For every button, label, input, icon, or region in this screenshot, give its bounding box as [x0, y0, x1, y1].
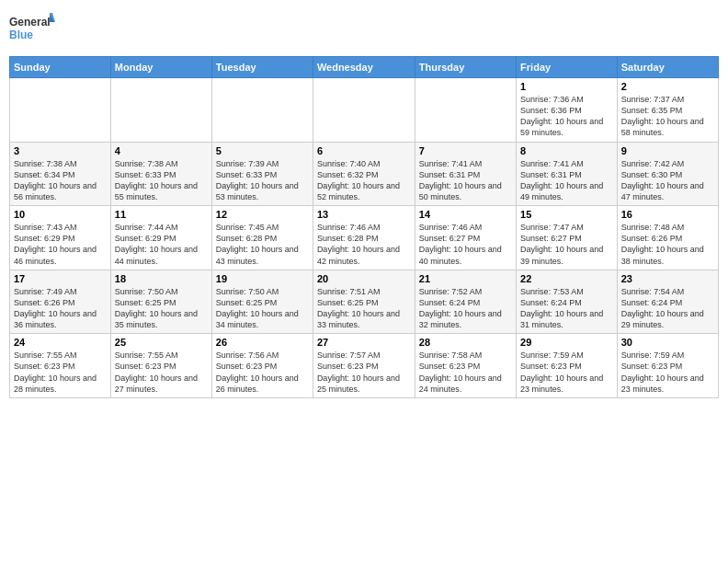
day-info: Sunrise: 7:36 AM Sunset: 6:36 PM Dayligh… [520, 94, 613, 139]
logo-svg: General Blue [9, 9, 55, 51]
day-number: 20 [317, 273, 411, 284]
day-info: Sunrise: 7:57 AM Sunset: 6:23 PM Dayligh… [317, 350, 411, 395]
day-number: 12 [216, 209, 309, 220]
day-number: 27 [317, 337, 411, 348]
logo: General Blue [9, 9, 55, 51]
day-number: 19 [216, 273, 309, 284]
calendar-cell: 10Sunrise: 7:43 AM Sunset: 6:29 PM Dayli… [10, 206, 111, 270]
day-info: Sunrise: 7:44 AM Sunset: 6:29 PM Dayligh… [115, 222, 208, 267]
day-info: Sunrise: 7:46 AM Sunset: 6:28 PM Dayligh… [317, 222, 411, 267]
day-number: 18 [115, 273, 208, 284]
day-info: Sunrise: 7:41 AM Sunset: 6:31 PM Dayligh… [520, 158, 613, 203]
calendar-week-row: 1Sunrise: 7:36 AM Sunset: 6:36 PM Daylig… [10, 78, 719, 143]
calendar-cell: 24Sunrise: 7:55 AM Sunset: 6:23 PM Dayli… [10, 334, 111, 398]
calendar-cell [415, 78, 516, 143]
day-number: 9 [621, 145, 714, 156]
weekday-header: Saturday [617, 57, 718, 78]
day-number: 24 [14, 337, 107, 348]
calendar-week-row: 24Sunrise: 7:55 AM Sunset: 6:23 PM Dayli… [10, 334, 719, 398]
day-number: 22 [520, 273, 613, 284]
day-info: Sunrise: 7:50 AM Sunset: 6:25 PM Dayligh… [216, 286, 309, 331]
day-number: 5 [216, 145, 309, 156]
day-info: Sunrise: 7:59 AM Sunset: 6:23 PM Dayligh… [520, 350, 613, 395]
calendar-cell: 2Sunrise: 7:37 AM Sunset: 6:35 PM Daylig… [617, 78, 718, 143]
day-info: Sunrise: 7:55 AM Sunset: 6:23 PM Dayligh… [115, 350, 208, 395]
page-header: General Blue [9, 9, 719, 51]
calendar-cell: 6Sunrise: 7:40 AM Sunset: 6:32 PM Daylig… [313, 142, 415, 206]
calendar-cell: 26Sunrise: 7:56 AM Sunset: 6:23 PM Dayli… [211, 334, 313, 398]
day-number: 1 [520, 81, 613, 92]
day-info: Sunrise: 7:46 AM Sunset: 6:27 PM Dayligh… [419, 222, 512, 267]
day-info: Sunrise: 7:51 AM Sunset: 6:25 PM Dayligh… [317, 286, 411, 331]
calendar-cell: 5Sunrise: 7:39 AM Sunset: 6:33 PM Daylig… [211, 142, 313, 206]
svg-text:Blue: Blue [9, 29, 33, 41]
day-info: Sunrise: 7:59 AM Sunset: 6:23 PM Dayligh… [621, 350, 714, 395]
day-info: Sunrise: 7:39 AM Sunset: 6:33 PM Dayligh… [216, 158, 309, 203]
day-number: 29 [520, 337, 613, 348]
weekday-header: Thursday [415, 57, 516, 78]
calendar-cell: 9Sunrise: 7:42 AM Sunset: 6:30 PM Daylig… [617, 142, 718, 206]
day-number: 25 [115, 337, 208, 348]
calendar-cell [313, 78, 415, 143]
calendar-cell: 29Sunrise: 7:59 AM Sunset: 6:23 PM Dayli… [517, 334, 618, 398]
day-number: 7 [419, 145, 512, 156]
day-number: 28 [419, 337, 512, 348]
day-number: 2 [621, 81, 714, 92]
day-number: 8 [520, 145, 613, 156]
calendar-cell: 11Sunrise: 7:44 AM Sunset: 6:29 PM Dayli… [110, 206, 211, 270]
day-number: 6 [317, 145, 411, 156]
weekday-header: Tuesday [211, 57, 313, 78]
day-info: Sunrise: 7:38 AM Sunset: 6:34 PM Dayligh… [14, 158, 107, 203]
svg-text:General: General [9, 16, 51, 29]
calendar-cell: 1Sunrise: 7:36 AM Sunset: 6:36 PM Daylig… [517, 78, 618, 143]
day-info: Sunrise: 7:47 AM Sunset: 6:27 PM Dayligh… [520, 222, 613, 267]
day-number: 13 [317, 209, 411, 220]
day-info: Sunrise: 7:43 AM Sunset: 6:29 PM Dayligh… [14, 222, 107, 267]
day-number: 10 [14, 209, 107, 220]
day-info: Sunrise: 7:45 AM Sunset: 6:28 PM Dayligh… [216, 222, 309, 267]
day-info: Sunrise: 7:56 AM Sunset: 6:23 PM Dayligh… [216, 350, 309, 395]
day-info: Sunrise: 7:49 AM Sunset: 6:26 PM Dayligh… [14, 286, 107, 331]
calendar-cell: 16Sunrise: 7:48 AM Sunset: 6:26 PM Dayli… [617, 206, 718, 270]
calendar-cell: 21Sunrise: 7:52 AM Sunset: 6:24 PM Dayli… [415, 270, 516, 334]
day-info: Sunrise: 7:53 AM Sunset: 6:24 PM Dayligh… [520, 286, 613, 331]
day-info: Sunrise: 7:58 AM Sunset: 6:23 PM Dayligh… [419, 350, 512, 395]
calendar-cell: 13Sunrise: 7:46 AM Sunset: 6:28 PM Dayli… [313, 206, 415, 270]
day-number: 23 [621, 273, 714, 284]
calendar-cell: 15Sunrise: 7:47 AM Sunset: 6:27 PM Dayli… [517, 206, 618, 270]
day-number: 17 [14, 273, 107, 284]
calendar-cell: 28Sunrise: 7:58 AM Sunset: 6:23 PM Dayli… [415, 334, 516, 398]
calendar-cell: 18Sunrise: 7:50 AM Sunset: 6:25 PM Dayli… [110, 270, 211, 334]
calendar-cell [10, 78, 111, 143]
calendar-cell [211, 78, 313, 143]
day-info: Sunrise: 7:55 AM Sunset: 6:23 PM Dayligh… [14, 350, 107, 395]
calendar-cell: 3Sunrise: 7:38 AM Sunset: 6:34 PM Daylig… [10, 142, 111, 206]
weekday-header: Wednesday [313, 57, 415, 78]
day-info: Sunrise: 7:38 AM Sunset: 6:33 PM Dayligh… [115, 158, 208, 203]
day-info: Sunrise: 7:37 AM Sunset: 6:35 PM Dayligh… [621, 94, 714, 139]
weekday-header: Friday [517, 57, 618, 78]
day-number: 3 [14, 145, 107, 156]
day-info: Sunrise: 7:50 AM Sunset: 6:25 PM Dayligh… [115, 286, 208, 331]
day-number: 15 [520, 209, 613, 220]
calendar-cell: 25Sunrise: 7:55 AM Sunset: 6:23 PM Dayli… [110, 334, 211, 398]
calendar-table: SundayMondayTuesdayWednesdayThursdayFrid… [9, 56, 719, 398]
day-number: 26 [216, 337, 309, 348]
weekday-header: Sunday [10, 57, 111, 78]
calendar-cell: 19Sunrise: 7:50 AM Sunset: 6:25 PM Dayli… [211, 270, 313, 334]
calendar-cell: 23Sunrise: 7:54 AM Sunset: 6:24 PM Dayli… [617, 270, 718, 334]
calendar-week-row: 10Sunrise: 7:43 AM Sunset: 6:29 PM Dayli… [10, 206, 719, 270]
calendar-cell: 8Sunrise: 7:41 AM Sunset: 6:31 PM Daylig… [517, 142, 618, 206]
day-number: 11 [115, 209, 208, 220]
calendar-header-row: SundayMondayTuesdayWednesdayThursdayFrid… [10, 57, 719, 78]
calendar-week-row: 17Sunrise: 7:49 AM Sunset: 6:26 PM Dayli… [10, 270, 719, 334]
day-number: 30 [621, 337, 714, 348]
day-number: 21 [419, 273, 512, 284]
weekday-header: Monday [110, 57, 211, 78]
calendar-cell: 14Sunrise: 7:46 AM Sunset: 6:27 PM Dayli… [415, 206, 516, 270]
calendar-cell: 17Sunrise: 7:49 AM Sunset: 6:26 PM Dayli… [10, 270, 111, 334]
day-info: Sunrise: 7:48 AM Sunset: 6:26 PM Dayligh… [621, 222, 714, 267]
calendar-cell: 22Sunrise: 7:53 AM Sunset: 6:24 PM Dayli… [517, 270, 618, 334]
day-number: 14 [419, 209, 512, 220]
calendar-cell: 27Sunrise: 7:57 AM Sunset: 6:23 PM Dayli… [313, 334, 415, 398]
